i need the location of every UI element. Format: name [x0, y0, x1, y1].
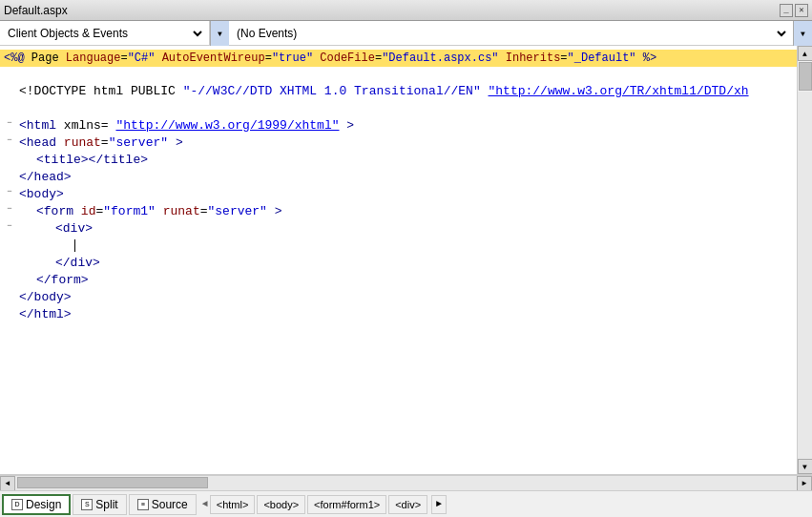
- source-tab-label: Source: [152, 498, 188, 511]
- html-close-content: </html>: [17, 307, 72, 321]
- blank-line-1: [0, 67, 797, 84]
- vertical-scrollbar[interactable]: ▲ ▼: [797, 46, 812, 474]
- breadcrumb-div[interactable]: <div>: [388, 495, 427, 514]
- body-tag-content: <body>: [17, 187, 64, 201]
- cursor-content: [17, 238, 75, 253]
- h-scroll-thumb[interactable]: [17, 477, 208, 488]
- text-cursor: [74, 239, 75, 252]
- minimize-button[interactable]: _: [780, 4, 793, 17]
- scroll-track[interactable]: [798, 92, 812, 459]
- breadcrumb-body[interactable]: <body>: [257, 495, 305, 514]
- scroll-thumb[interactable]: [799, 62, 812, 91]
- events-dropdown[interactable]: (No Events): [233, 26, 789, 41]
- toolbar-row: Client Objects & Events ▼ (No Events) ▼: [0, 21, 812, 46]
- design-tab[interactable]: D Design: [2, 494, 71, 515]
- div-close-spacer: [2, 256, 17, 265]
- title-tag-content: <title></title>: [17, 153, 148, 167]
- scroll-up-button[interactable]: ▲: [798, 46, 813, 61]
- div-collapse-icon[interactable]: −: [2, 221, 17, 231]
- left-dropdown-container: Client Objects & Events: [0, 21, 210, 45]
- head-collapse-icon[interactable]: −: [2, 135, 17, 145]
- split-tab[interactable]: S Split: [73, 494, 126, 515]
- spacer-icon: [2, 84, 17, 93]
- right-dropdown-container: (No Events): [229, 21, 793, 45]
- cursor-line[interactable]: [0, 238, 797, 256]
- title-spacer: [2, 153, 17, 162]
- div-tag-content: <div>: [17, 221, 93, 236]
- breadcrumb-right-arrow[interactable]: ►: [431, 495, 447, 514]
- form-close-content: </form>: [17, 273, 89, 287]
- div-tag-line: − <div>: [0, 221, 797, 238]
- doctype-line: <!DOCTYPE html PUBLIC "-//W3C//DTD XHTML…: [0, 84, 797, 101]
- form-close-spacer: [2, 273, 17, 282]
- breadcrumb-area: ◄ <html> <body> <form#form1> <div> ►: [202, 495, 447, 514]
- html-tag-line: − <html xmlns= "http://www.w3.org/1999/x…: [0, 118, 797, 135]
- source-tab[interactable]: ≡ Source: [129, 494, 197, 515]
- head-close-line: </head>: [0, 170, 797, 187]
- blank-line-2: [0, 101, 797, 118]
- directive-text: <%@ Page Language="C#" AutoEventWireup="…: [4, 52, 656, 65]
- close-button[interactable]: ✕: [795, 4, 808, 17]
- html-collapse-icon[interactable]: −: [2, 118, 17, 128]
- html-close-line: </html>: [0, 307, 797, 324]
- design-tab-icon: D: [11, 499, 23, 510]
- directive-line: <%@ Page Language="C#" AutoEventWireup="…: [0, 50, 797, 67]
- div-close-line: </div>: [0, 256, 797, 273]
- design-tab-label: Design: [26, 498, 61, 511]
- form-tag-content: <form id="form1" runat="server" >: [17, 204, 282, 218]
- html-close-spacer: [2, 307, 17, 317]
- scroll-down-button[interactable]: ▼: [798, 459, 813, 474]
- html-tag-content: <html xmlns= "http://www.w3.org/1999/xht…: [17, 118, 354, 133]
- body-close-line: </body>: [0, 290, 797, 307]
- code-area[interactable]: <%@ Page Language="C#" AutoEventWireup="…: [0, 46, 797, 474]
- form-collapse-icon[interactable]: −: [2, 204, 17, 214]
- scroll-left-button[interactable]: ◄: [0, 476, 15, 491]
- form-close-line: </form>: [0, 273, 797, 290]
- head-tag-line: − <head runat="server" >: [0, 135, 797, 153]
- h-scroll-track[interactable]: [15, 476, 797, 490]
- body-close-spacer: [2, 290, 17, 300]
- title-buttons: _ ✕: [780, 4, 808, 17]
- breadcrumb-html[interactable]: <html>: [210, 495, 256, 514]
- doctype-content: <!DOCTYPE html PUBLIC "-//W3C//DTD XHTML…: [17, 84, 749, 98]
- cursor-spacer: [2, 238, 17, 248]
- title-text: Default.aspx: [4, 4, 68, 17]
- body-tag-line: − <body>: [0, 187, 797, 204]
- editor-container: <%@ Page Language="C#" AutoEventWireup="…: [0, 46, 812, 475]
- body-collapse-icon[interactable]: −: [2, 187, 17, 196]
- scroll-right-button[interactable]: ►: [797, 476, 812, 491]
- horizontal-scrollbar[interactable]: ◄ ►: [0, 475, 812, 490]
- head-tag-content: <head runat="server" >: [17, 135, 183, 150]
- left-dropdown-arrow[interactable]: ▼: [210, 21, 229, 46]
- split-tab-label: Split: [95, 498, 117, 511]
- client-objects-dropdown[interactable]: Client Objects & Events: [4, 26, 205, 41]
- title-tag-line: <title></title>: [0, 153, 797, 170]
- source-tab-icon: ≡: [137, 499, 149, 510]
- breadcrumb-left-arrow[interactable]: ◄: [202, 499, 208, 509]
- right-dropdown-arrow[interactable]: ▼: [793, 21, 812, 46]
- bottom-bar: D Design S Split ≡ Source ◄ <html> <body…: [0, 490, 812, 517]
- form-tag-line: − <form id="form1" runat="server" >: [0, 204, 797, 221]
- head-close-content: </head>: [17, 170, 72, 184]
- title-bar: Default.aspx _ ✕: [0, 0, 812, 21]
- head-close-spacer: [2, 170, 17, 179]
- div-close-content: </div>: [17, 256, 100, 270]
- split-tab-icon: S: [81, 499, 93, 510]
- breadcrumb-form1[interactable]: <form#form1>: [307, 495, 386, 514]
- body-close-content: </body>: [17, 290, 72, 304]
